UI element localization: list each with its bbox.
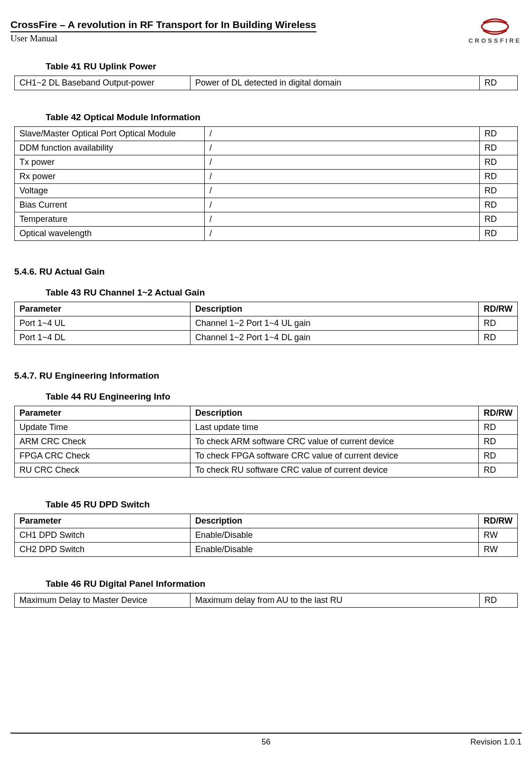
cell-rdrw: RW bbox=[479, 528, 518, 543]
svg-point-0 bbox=[482, 21, 508, 32]
header-param: Parameter bbox=[15, 406, 190, 420]
table-row: Tx power/RD bbox=[15, 155, 518, 170]
table-row: CH2 DPD SwitchEnable/DisableRW bbox=[15, 543, 518, 557]
table-caption-43: Table 43 RU Channel 1~2 Actual Gain bbox=[46, 287, 518, 298]
cell-desc: To check FPGA software CRC value of curr… bbox=[190, 449, 479, 463]
table-46: Maximum Delay to Master Device Maximum d… bbox=[14, 593, 518, 608]
cell-rdrw: RD bbox=[479, 449, 518, 463]
header-desc: Description bbox=[190, 406, 479, 420]
cell-param: CH2 DPD Switch bbox=[15, 543, 190, 557]
header-rdrw: RD/RW bbox=[479, 302, 518, 316]
table-caption-45: Table 45 RU DPD Switch bbox=[46, 499, 518, 510]
table-44: Parameter Description RD/RW Update TimeL… bbox=[14, 406, 518, 478]
cell-desc: Maximum delay from AU to the last RU bbox=[190, 593, 480, 608]
table-row: Slave/Master Optical Port Optical Module… bbox=[15, 127, 518, 141]
table-row: Maximum Delay to Master Device Maximum d… bbox=[15, 593, 518, 608]
table-row: Update TimeLast update timeRD bbox=[15, 420, 518, 435]
table-row: Port 1~4 DLChannel 1~2 Port 1~4 DL gainR… bbox=[15, 331, 518, 345]
document-subtitle: User Manual bbox=[10, 33, 468, 44]
document-title: CrossFire – A revolution in RF Transport… bbox=[10, 19, 316, 32]
cell-rdrw: RD bbox=[480, 127, 518, 141]
table-caption-42: Table 42 Optical Module Information bbox=[46, 112, 518, 123]
cell-desc: / bbox=[205, 198, 480, 212]
page-header: CrossFire – A revolution in RF Transport… bbox=[10, 19, 522, 44]
cell-desc: To check ARM software CRC value of curre… bbox=[190, 435, 479, 449]
cell-param: CH1 DPD Switch bbox=[15, 528, 190, 543]
cell-param: Rx power bbox=[15, 170, 205, 184]
cell-rdrw: RD bbox=[480, 227, 518, 241]
table-row: Optical wavelength/RD bbox=[15, 227, 518, 241]
header-rdrw: RD/RW bbox=[479, 514, 518, 528]
table-header-row: Parameter Description RD/RW bbox=[15, 514, 518, 528]
cell-desc: To check RU software CRC value of curren… bbox=[190, 463, 479, 478]
cell-desc: / bbox=[205, 141, 480, 155]
table-row: Rx power/RD bbox=[15, 170, 518, 184]
cell-param: Tx power bbox=[15, 155, 205, 170]
cell-desc: / bbox=[205, 184, 480, 198]
table-row: ARM CRC CheckTo check ARM software CRC v… bbox=[15, 435, 518, 449]
cell-rdrw: RD bbox=[480, 184, 518, 198]
cell-desc: Last update time bbox=[190, 420, 479, 435]
table-41: CH1~2 DL Baseband Output-power Power of … bbox=[14, 76, 518, 90]
cell-param: Voltage bbox=[15, 184, 205, 198]
cell-rdrw: RD bbox=[480, 198, 518, 212]
cell-desc: / bbox=[205, 155, 480, 170]
table-header-row: Parameter Description RD/RW bbox=[15, 406, 518, 420]
table-caption-46: Table 46 RU Digital Panel Information bbox=[46, 579, 518, 589]
table-row: FPGA CRC CheckTo check FPGA software CRC… bbox=[15, 449, 518, 463]
cell-param: Slave/Master Optical Port Optical Module bbox=[15, 127, 205, 141]
table-42: Slave/Master Optical Port Optical Module… bbox=[14, 126, 518, 241]
cell-param: Port 1~4 DL bbox=[15, 331, 190, 345]
logo-text: CROSSFIRE bbox=[468, 37, 522, 44]
cell-param: ARM CRC Check bbox=[15, 435, 190, 449]
table-row: RU CRC CheckTo check RU software CRC val… bbox=[15, 463, 518, 478]
cell-desc: Enable/Disable bbox=[190, 528, 479, 543]
header-desc: Description bbox=[190, 302, 479, 316]
table-43: Parameter Description RD/RW Port 1~4 ULC… bbox=[14, 302, 518, 345]
cell-param: Bias Current bbox=[15, 198, 205, 212]
table-row: DDM function availability/RD bbox=[15, 141, 518, 155]
table-row: CH1 DPD SwitchEnable/DisableRW bbox=[15, 528, 518, 543]
logo: CROSSFIRE bbox=[468, 17, 522, 44]
section-heading-546: 5.4.6. RU Actual Gain bbox=[14, 267, 518, 277]
table-row: Voltage/RD bbox=[15, 184, 518, 198]
cell-param: FPGA CRC Check bbox=[15, 449, 190, 463]
cell-desc: Channel 1~2 Port 1~4 UL gain bbox=[190, 316, 479, 331]
page-number: 56 bbox=[262, 737, 271, 747]
cell-rdrw: RD bbox=[479, 463, 518, 478]
cell-rdrw: RW bbox=[479, 543, 518, 557]
cell-param: CH1~2 DL Baseband Output-power bbox=[15, 76, 190, 90]
header-desc: Description bbox=[190, 514, 479, 528]
cell-desc: / bbox=[205, 212, 480, 227]
cell-desc: / bbox=[205, 127, 480, 141]
cell-param: Optical wavelength bbox=[15, 227, 205, 241]
title-block: CrossFire – A revolution in RF Transport… bbox=[10, 19, 468, 44]
cell-param: DDM function availability bbox=[15, 141, 205, 155]
cell-rdrw: RD bbox=[480, 593, 518, 608]
cell-desc: / bbox=[205, 227, 480, 241]
table-row: Bias Current/RD bbox=[15, 198, 518, 212]
footer-divider bbox=[10, 733, 522, 734]
table-row: CH1~2 DL Baseband Output-power Power of … bbox=[15, 76, 518, 90]
cell-rdrw: RD bbox=[480, 141, 518, 155]
cell-rdrw: RD bbox=[480, 155, 518, 170]
cell-rdrw: RD bbox=[480, 76, 518, 90]
page-content: Table 41 RU Uplink Power CH1~2 DL Baseba… bbox=[10, 61, 522, 608]
header-param: Parameter bbox=[15, 514, 190, 528]
table-row: Port 1~4 ULChannel 1~2 Port 1~4 UL gainR… bbox=[15, 316, 518, 331]
table-caption-41: Table 41 RU Uplink Power bbox=[46, 61, 518, 72]
page-footer: 56 Revision 1.0.1 bbox=[10, 733, 522, 747]
section-heading-547: 5.4.7. RU Engineering Information bbox=[14, 371, 518, 381]
table-header-row: Parameter Description RD/RW bbox=[15, 302, 518, 316]
cell-rdrw: RD bbox=[479, 420, 518, 435]
cell-param: Maximum Delay to Master Device bbox=[15, 593, 190, 608]
cell-rdrw: RD bbox=[479, 435, 518, 449]
cell-param: Update Time bbox=[15, 420, 190, 435]
header-param: Parameter bbox=[15, 302, 190, 316]
crossfire-logo-icon bbox=[479, 17, 511, 36]
cell-rdrw: RD bbox=[479, 316, 518, 331]
header-rdrw: RD/RW bbox=[479, 406, 518, 420]
table-45: Parameter Description RD/RW CH1 DPD Swit… bbox=[14, 514, 518, 557]
cell-rdrw: RD bbox=[479, 331, 518, 345]
cell-desc: Power of DL detected in digital domain bbox=[190, 76, 480, 90]
